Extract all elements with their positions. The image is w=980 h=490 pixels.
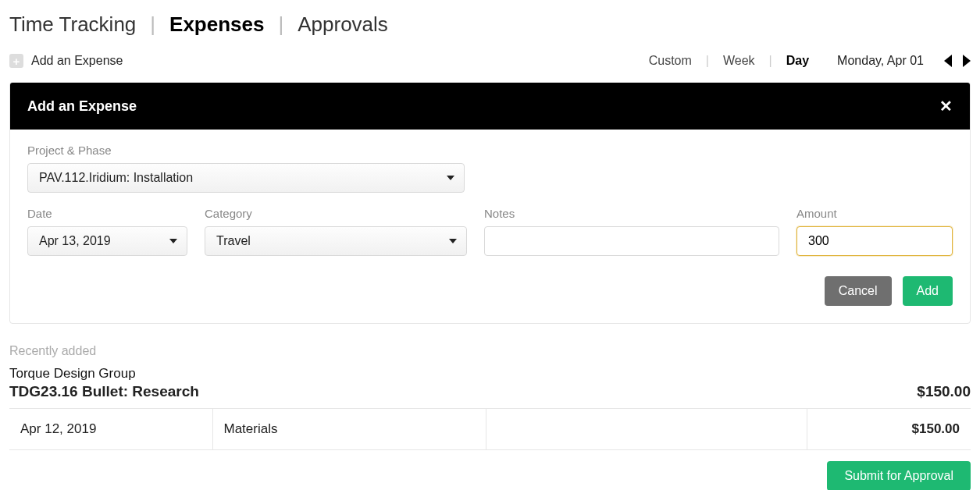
category-select[interactable]: Travel bbox=[205, 226, 467, 256]
expense-table: Apr 12, 2019 Materials $150.00 bbox=[9, 409, 971, 450]
add-button[interactable]: Add bbox=[903, 276, 953, 306]
notes-input[interactable] bbox=[484, 226, 779, 256]
submit-approval-button[interactable]: Submit for Approval bbox=[827, 461, 971, 490]
chevron-down-icon bbox=[449, 239, 457, 243]
recently-added-heading: Recently added bbox=[9, 344, 971, 358]
amount-field[interactable] bbox=[808, 227, 925, 255]
add-expense-modal: Add an Expense ✕ Project & Phase PAV.112… bbox=[9, 82, 971, 324]
modal-title: Add an Expense bbox=[27, 98, 137, 115]
notes-field[interactable] bbox=[496, 227, 752, 255]
chevron-down-icon bbox=[169, 239, 177, 243]
close-icon[interactable]: ✕ bbox=[939, 97, 953, 115]
label-notes: Notes bbox=[484, 207, 779, 220]
cell-date: Apr 12, 2019 bbox=[9, 409, 212, 450]
label-project-phase: Project & Phase bbox=[27, 144, 953, 157]
tab-time-tracking[interactable]: Time Tracking bbox=[9, 12, 136, 37]
category-value: Travel bbox=[216, 234, 251, 248]
project-total: $150.00 bbox=[917, 383, 971, 400]
sub-bar: + Add an Expense Custom | Week | Day Mon… bbox=[9, 51, 971, 82]
project-name: TDG23.16 Bullet: Research bbox=[9, 383, 199, 400]
tab-approvals[interactable]: Approvals bbox=[298, 12, 388, 37]
range-custom[interactable]: Custom bbox=[649, 54, 692, 68]
tab-expenses[interactable]: Expenses bbox=[169, 12, 264, 37]
add-expense-link[interactable]: + Add an Expense bbox=[9, 54, 123, 68]
divider: | bbox=[150, 12, 155, 37]
chevron-down-icon bbox=[447, 176, 454, 180]
label-date: Date bbox=[27, 207, 187, 220]
table-row[interactable]: Apr 12, 2019 Materials $150.00 bbox=[9, 409, 971, 450]
range-controls: Custom | Week | Day Monday, Apr 01 bbox=[649, 54, 971, 68]
project-phase-value: PAV.112.Iridium: Installation bbox=[39, 171, 193, 185]
top-nav: Time Tracking | Expenses | Approvals bbox=[9, 9, 971, 51]
next-day-icon[interactable] bbox=[963, 55, 971, 67]
date-value: Apr 13, 2019 bbox=[39, 234, 111, 248]
current-date: Monday, Apr 01 bbox=[837, 54, 924, 68]
add-expense-label: Add an Expense bbox=[31, 54, 123, 68]
amount-input[interactable] bbox=[796, 226, 953, 256]
cell-amount: $150.00 bbox=[807, 409, 971, 450]
cell-notes bbox=[486, 409, 807, 450]
divider: | bbox=[278, 12, 283, 37]
label-amount: Amount bbox=[796, 207, 953, 220]
project-phase-select[interactable]: PAV.112.Iridium: Installation bbox=[27, 163, 465, 193]
label-category: Category bbox=[205, 207, 467, 220]
date-select[interactable]: Apr 13, 2019 bbox=[27, 226, 187, 256]
prev-day-icon[interactable] bbox=[944, 55, 952, 67]
range-day[interactable]: Day bbox=[786, 54, 809, 68]
cell-category: Materials bbox=[212, 409, 486, 450]
cancel-button[interactable]: Cancel bbox=[825, 276, 892, 306]
range-week[interactable]: Week bbox=[723, 54, 755, 68]
company-name: Torque Design Group bbox=[9, 366, 971, 382]
plus-icon: + bbox=[9, 54, 23, 68]
